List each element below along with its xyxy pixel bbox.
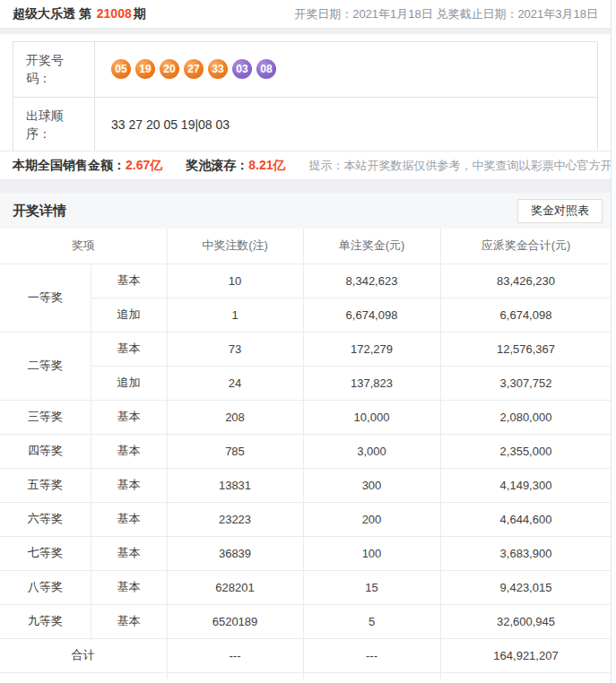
total-prize: 12,576,367: [440, 332, 612, 366]
prize-pool-value: 8.21亿: [248, 158, 285, 172]
prize-type: 基本: [91, 264, 167, 298]
page-title: 超级大乐透 第 21008期: [13, 6, 146, 22]
total-prize: 2,355,000: [440, 434, 612, 468]
prize-type: 基本: [91, 570, 167, 604]
draw-numbers-label: 开奖号码：: [13, 42, 95, 98]
winner-count: 23223: [167, 502, 303, 536]
draw-numbers-row: 开奖号码： 05192027330308: [13, 42, 598, 98]
sales-amount-label: 本期全国销售金额：: [13, 158, 126, 172]
prize-name: 一等奖: [0, 264, 91, 332]
lottery-name: 超级大乐透 第: [13, 6, 95, 21]
winner-count: 10: [167, 264, 303, 298]
sales-amount: 本期全国销售金额：2.67亿: [13, 158, 162, 174]
total-prize: 2,080,000: [440, 400, 612, 434]
winner-count: 1: [167, 298, 303, 332]
lottery-result-page: 超级大乐透 第 21008期 开奖日期：2021年1月18日 兑奖截止日期：20…: [0, 0, 612, 683]
table-row-cutoff: [0, 672, 612, 679]
total-winner-count: ---: [167, 638, 303, 672]
divider: [0, 180, 611, 193]
prize-type: 追加: [91, 298, 167, 332]
winner-count: 785: [167, 434, 303, 468]
sales-amount-value: 2.67亿: [126, 158, 162, 172]
total-prize: 9,423,015: [440, 570, 612, 604]
prize-name: 四等奖: [0, 434, 91, 468]
prize-type: 基本: [91, 434, 167, 468]
winner-count: 13831: [167, 468, 303, 502]
table-row: 九等奖 基本 6520189 5 32,600,945: [0, 604, 612, 638]
total-prize: 6,674,098: [440, 298, 612, 332]
winning-numbers-panel: 开奖号码： 05192027330308 出球顺序： 33 27 20 05 1…: [0, 34, 611, 151]
prize-compare-button[interactable]: 奖金对照表: [517, 199, 603, 223]
front-ball: 27: [184, 59, 204, 79]
total-prize: 3,307,752: [440, 366, 612, 400]
total-prize-sum: 164,921,207: [440, 638, 612, 672]
single-prize: 10,000: [303, 400, 440, 434]
table-row: 七等奖 基本 36839 100 3,683,900: [0, 536, 612, 570]
prize-pool-label: 奖池滚存：: [186, 158, 248, 172]
front-ball: 05: [111, 59, 131, 79]
issue-suffix: 期: [134, 6, 146, 21]
winner-count: 24: [167, 366, 303, 400]
prize-type: 基本: [91, 536, 167, 570]
single-prize: 300: [303, 468, 440, 502]
issue-number: 21008: [95, 6, 134, 21]
prize-type: 基本: [91, 400, 167, 434]
prize-details-table: 奖项 中奖注数(注) 单注奖金(元) 应派奖金合计(元) 一等奖 基本 10 8…: [0, 229, 612, 679]
col-prize: 奖项: [0, 229, 167, 264]
total-prize: 83,426,230: [440, 264, 612, 298]
total-row: 合计 --- --- 164,921,207: [0, 638, 612, 672]
single-prize: 172,279: [303, 332, 440, 366]
prize-name: 三等奖: [0, 400, 91, 434]
topbar: 超级大乐透 第 21008期 开奖日期：2021年1月18日 兑奖截止日期：20…: [0, 0, 611, 29]
single-prize: 5: [303, 604, 440, 638]
col-single-prize: 单注奖金(元): [303, 229, 440, 264]
col-winner-count: 中奖注数(注): [167, 229, 303, 264]
prize-type: 基本: [91, 502, 167, 536]
table-header-row: 奖项 中奖注数(注) 单注奖金(元) 应派奖金合计(元): [0, 229, 612, 264]
table-row: 二等奖 基本 73 172,279 12,576,367: [0, 332, 612, 366]
winner-count: 628201: [167, 570, 303, 604]
single-prize: 8,342,623: [303, 264, 440, 298]
table-row: 五等奖 基本 13831 300 4,149,300: [0, 468, 612, 502]
winner-count: 208: [167, 400, 303, 434]
single-prize: 100: [303, 536, 440, 570]
table-row: 八等奖 基本 628201 15 9,423,015: [0, 570, 612, 604]
numbers-table: 开奖号码： 05192027330308 出球顺序： 33 27 20 05 1…: [13, 41, 598, 152]
prize-type: 基本: [91, 332, 167, 366]
prize-type: 基本: [91, 604, 167, 638]
table-row: 六等奖 基本 23223 200 4,644,600: [0, 502, 612, 536]
front-ball: 33: [208, 59, 228, 79]
prize-name: 二等奖: [0, 332, 91, 400]
details-title: 开奖详情: [13, 203, 66, 220]
draw-numbers-balls: 05192027330308: [95, 42, 598, 98]
total-label: 合计: [0, 638, 167, 672]
ball-order-value: 33 27 20 05 19|08 03: [95, 97, 598, 152]
total-prize: 3,683,900: [440, 536, 612, 570]
table-row: 追加 24 137,823 3,307,752: [0, 366, 612, 400]
total-single-prize: ---: [303, 638, 440, 672]
front-ball: 19: [135, 59, 155, 79]
prize-type: 基本: [91, 468, 167, 502]
back-ball: 08: [256, 59, 276, 79]
ball-order-label: 出球顺序：: [13, 97, 95, 152]
prize-type: 追加: [91, 366, 167, 400]
single-prize: 137,823: [303, 366, 440, 400]
single-prize: 6,674,098: [303, 298, 440, 332]
total-prize: 4,149,300: [440, 468, 612, 502]
prize-name: 七等奖: [0, 536, 91, 570]
disclaimer-hint: 提示：本站开奖数据仅供参考，中奖查询以彩票中心官方开奖信息为准: [309, 158, 612, 174]
details-section-header: 开奖详情 奖金对照表: [0, 193, 611, 229]
ball-order-row: 出球顺序： 33 27 20 05 19|08 03: [13, 97, 598, 152]
table-row: 四等奖 基本 785 3,000 2,355,000: [0, 434, 612, 468]
winner-count: 73: [167, 332, 303, 366]
prize-name: 六等奖: [0, 502, 91, 536]
table-row: 一等奖 基本 10 8,342,623 83,426,230: [0, 264, 612, 298]
total-prize: 32,600,945: [440, 604, 612, 638]
single-prize: 200: [303, 502, 440, 536]
prize-pool: 奖池滚存：8.21亿: [186, 158, 285, 174]
prize-name: 八等奖: [0, 570, 91, 604]
table-row: 追加 1 6,674,098 6,674,098: [0, 298, 612, 332]
winner-count: 36839: [167, 536, 303, 570]
total-prize: 4,644,600: [440, 502, 612, 536]
single-prize: 3,000: [303, 434, 440, 468]
